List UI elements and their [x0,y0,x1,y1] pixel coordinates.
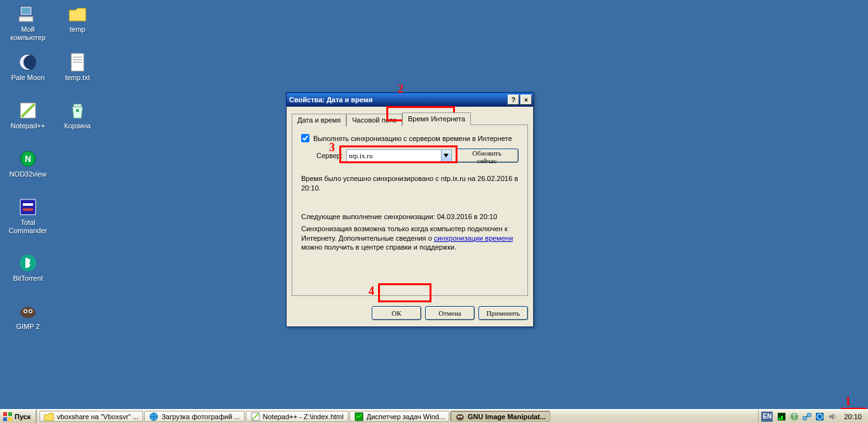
tab-date-time[interactable]: Дата и время [292,114,346,126]
recycle-bin-icon[interactable]: Корзина [55,100,100,130]
next-sync-text: Следующее выполнение синхронизации: 04.0… [301,213,519,220]
svg-rect-21 [3,412,7,416]
dialog-title: Свойства: Дата и время [289,96,506,104]
svg-point-30 [461,415,463,417]
icon-label: TotalCommander [5,218,51,235]
sync-checkbox-label: Выполнять синхронизацию с сервером време… [313,135,512,142]
server-combobox[interactable] [346,149,451,162]
apply-button[interactable]: Применить [478,306,528,320]
tab-internet-time[interactable]: Время Интернета [402,112,471,125]
refresh-now-button[interactable]: Обновить сейчас [456,149,519,163]
task-label: Notepad++ - Z:\index.html [263,413,344,420]
tray-usb-icon[interactable] [789,412,799,422]
tray-vbox-icon[interactable] [815,412,825,422]
sync-checkbox[interactable] [301,134,309,142]
tabs: Дата и время Часовой пояс Время Интернет… [292,112,528,125]
tab-panel: Выполнять синхронизацию с сервером време… [292,124,528,296]
taskbar-separator [36,410,39,423]
svg-rect-14 [23,208,33,211]
svg-point-28 [456,414,464,420]
icon-label: GIMP 2 [5,323,51,331]
dialog-buttons: ОК Отмена Применить [287,301,533,326]
icon-label: Корзина [55,122,100,130]
globe-icon [149,412,159,422]
svg-point-16 [20,307,36,318]
time-sync-link[interactable]: синхронизации времени [434,234,513,242]
taskbar-item-gimp[interactable]: GNU Image Manipulat... [451,411,550,422]
folder-icon [44,412,54,422]
svg-rect-36 [808,413,811,417]
pale-moon-icon[interactable]: Pale Moon [5,52,51,82]
icon-label: Pale Moon [5,74,51,82]
taskmgr-icon [354,412,364,422]
task-label: Загрузка фотографий ... [161,413,240,420]
system-tray: EN 20:10 [758,410,868,423]
bittorrent-icon[interactable]: BitTorrent [5,253,51,283]
temp-folder-icon[interactable]: temp [55,4,100,34]
svg-text:N: N [25,154,31,164]
svg-point-19 [25,311,27,312]
tab-timezone[interactable]: Часовой пояс [346,114,402,126]
task-label: GNU Image Manipulat... [468,413,546,420]
svg-rect-13 [23,203,33,206]
icon-label: Мойкомпьютер [5,25,51,42]
svg-rect-32 [778,418,780,420]
icon-label: temp [55,25,100,34]
ok-button[interactable]: ОК [372,306,421,320]
start-label: Пуск [15,413,31,420]
titlebar[interactable]: Свойства: Дата и время ? × [287,93,533,107]
temp-txt-icon[interactable]: temp.txt [55,52,100,82]
taskbar-item-vboxshare[interactable]: vboxshare на "Vboxsvr" ... [39,411,143,422]
svg-rect-2 [19,17,33,22]
help-button[interactable]: ? [508,95,519,105]
svg-rect-27 [355,413,363,420]
icon-label: BitTorrent [5,274,51,283]
tray-cpu-icon[interactable] [776,412,787,422]
dropdown-button[interactable] [441,150,451,161]
icon-label: temp.txt [55,74,100,82]
nod32view-icon[interactable]: N NOD32view [5,149,51,178]
server-input[interactable] [347,152,440,159]
svg-rect-35 [803,417,806,420]
icon-label: NOD32view [5,170,51,178]
notepadpp-icon[interactable]: Notepad++ [5,100,51,130]
server-label: Сервер: [316,152,342,159]
taskbar: Пуск vboxshare на "Vboxsvr" ... Загрузка… [0,409,868,423]
notepadpp-small-icon [250,412,261,422]
tray-volume-icon[interactable] [827,412,837,422]
icon-label: Notepad++ [5,122,51,130]
svg-point-20 [30,311,32,312]
svg-point-29 [458,415,460,417]
task-label: Диспетчер задач Wind... [367,413,445,420]
tray-network-icon[interactable] [802,412,812,422]
clock[interactable]: 20:10 [840,413,865,420]
sync-status-text: Время было успешно синхронизировано с nt… [301,174,519,194]
sync-note-text: Синхронизация возможна только когда комп… [301,224,519,253]
total-commander-icon[interactable]: TotalCommander [5,197,51,235]
svg-rect-12 [20,199,36,215]
taskbar-item-taskmgr[interactable]: Диспетчер задач Wind... [349,411,449,422]
svg-rect-24 [8,417,12,421]
taskbar-item-notepadpp[interactable]: Notepad++ - Z:\index.html [246,411,348,422]
date-time-properties-dialog: Свойства: Дата и время ? × Дата и время … [286,92,534,327]
svg-rect-23 [3,417,7,421]
close-button[interactable]: × [520,95,532,105]
svg-rect-9 [74,104,81,107]
svg-rect-33 [781,416,783,420]
start-button[interactable]: Пуск [0,410,36,423]
gimp-small-icon [455,412,465,422]
my-computer-icon[interactable]: Мойкомпьютер [5,4,51,42]
svg-rect-1 [22,8,31,14]
task-label: vboxshare на "Vboxsvr" ... [57,413,139,420]
cancel-button[interactable]: Отмена [425,306,475,320]
taskbar-item-browser[interactable]: Загрузка фотографий ... [144,411,244,422]
svg-rect-22 [8,412,12,416]
language-indicator[interactable]: EN [761,412,773,422]
gimp2-icon[interactable]: GIMP 2 [5,301,51,331]
